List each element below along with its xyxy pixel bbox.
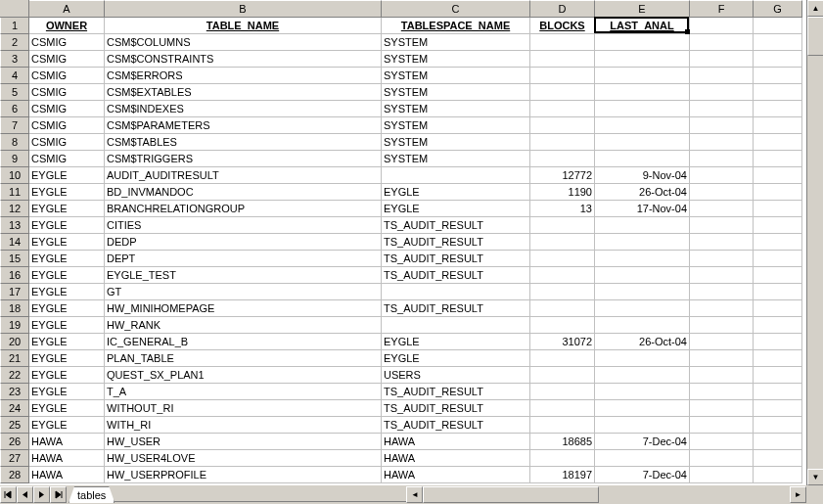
cell-A4[interactable]: CSMIG: [29, 68, 105, 84]
cell-E7[interactable]: [595, 117, 690, 134]
cell-C22[interactable]: USERS: [382, 367, 530, 384]
cell-E27[interactable]: [595, 450, 690, 467]
cell-C24[interactable]: TS_AUDIT_RESULT: [382, 400, 530, 417]
cell-B12[interactable]: BRANCHRELATIONGROUP: [105, 201, 382, 217]
cell-G11[interactable]: [754, 184, 802, 201]
cell-B20[interactable]: IC_GENERAL_B: [105, 334, 382, 350]
vertical-scroll-thumb[interactable]: [807, 17, 823, 56]
cell-F25[interactable]: [690, 417, 754, 434]
last-sheet-button[interactable]: [50, 486, 67, 503]
cell-G21[interactable]: [754, 350, 802, 367]
row-header-27[interactable]: 27: [0, 450, 29, 467]
column-header-A[interactable]: A: [29, 0, 105, 18]
row-header-10[interactable]: 10: [0, 167, 29, 184]
cell-G28[interactable]: [754, 467, 802, 483]
cell-G1[interactable]: [754, 18, 802, 34]
cell-A17[interactable]: EYGLE: [29, 284, 105, 300]
cell-D28[interactable]: 18197: [530, 467, 595, 483]
cell-E24[interactable]: [595, 400, 690, 417]
cell-C7[interactable]: SYSTEM: [382, 117, 530, 134]
row-header-3[interactable]: 3: [0, 51, 29, 68]
cell-F1[interactable]: [690, 18, 754, 34]
cell-D21[interactable]: [530, 350, 595, 367]
cell-D1[interactable]: BLOCKS: [530, 18, 595, 34]
cell-E3[interactable]: [595, 51, 690, 68]
cell-B26[interactable]: HW_USER: [105, 434, 382, 450]
cell-B7[interactable]: CSM$PARAMETERS: [105, 117, 382, 134]
cell-G24[interactable]: [754, 400, 802, 417]
cell-F24[interactable]: [690, 400, 754, 417]
cell-B19[interactable]: HW_RANK: [105, 317, 382, 334]
cell-E19[interactable]: [595, 317, 690, 334]
cell-E20[interactable]: 26-Oct-04: [595, 334, 690, 350]
cell-E5[interactable]: [595, 84, 690, 101]
cell-F15[interactable]: [690, 251, 754, 267]
cell-G13[interactable]: [754, 217, 802, 234]
cell-E13[interactable]: [595, 217, 690, 234]
cell-B14[interactable]: DEDP: [105, 234, 382, 251]
cell-D17[interactable]: [530, 284, 595, 300]
cell-E12[interactable]: 17-Nov-04: [595, 201, 690, 217]
cell-D3[interactable]: [530, 51, 595, 68]
cell-E1[interactable]: LAST_ANAL: [595, 18, 690, 34]
cell-G6[interactable]: [754, 101, 802, 117]
cell-F16[interactable]: [690, 267, 754, 284]
cell-F20[interactable]: [690, 334, 754, 350]
cell-F12[interactable]: [690, 201, 754, 217]
cell-A3[interactable]: CSMIG: [29, 51, 105, 68]
cell-B22[interactable]: QUEST_SX_PLAN1: [105, 367, 382, 384]
vertical-scrollbar[interactable]: ▲ ▼: [806, 0, 823, 485]
cell-D12[interactable]: 13: [530, 201, 595, 217]
cell-F13[interactable]: [690, 217, 754, 234]
row-header-6[interactable]: 6: [0, 101, 29, 117]
cell-C28[interactable]: HAWA: [382, 467, 530, 483]
cell-D2[interactable]: [530, 34, 595, 51]
row-header-8[interactable]: 8: [0, 134, 29, 151]
cell-G12[interactable]: [754, 201, 802, 217]
cell-B9[interactable]: CSM$TRIGGERS: [105, 151, 382, 167]
cell-D26[interactable]: 18685: [530, 434, 595, 450]
cell-C6[interactable]: SYSTEM: [382, 101, 530, 117]
cell-G18[interactable]: [754, 300, 802, 317]
row-header-9[interactable]: 9: [0, 151, 29, 167]
cell-A26[interactable]: HAWA: [29, 434, 105, 450]
cell-A9[interactable]: CSMIG: [29, 151, 105, 167]
row-header-13[interactable]: 13: [0, 217, 29, 234]
cell-C20[interactable]: EYGLE: [382, 334, 530, 350]
cell-C2[interactable]: SYSTEM: [382, 34, 530, 51]
cell-E21[interactable]: [595, 350, 690, 367]
cell-B27[interactable]: HW_USER4LOVE: [105, 450, 382, 467]
row-header-7[interactable]: 7: [0, 117, 29, 134]
cell-B11[interactable]: BD_INVMANDOC: [105, 184, 382, 201]
cell-A18[interactable]: EYGLE: [29, 300, 105, 317]
cell-A15[interactable]: EYGLE: [29, 251, 105, 267]
cell-G17[interactable]: [754, 284, 802, 300]
row-header-1[interactable]: 1: [0, 18, 29, 34]
cell-B4[interactable]: CSM$ERRORS: [105, 68, 382, 84]
cell-F3[interactable]: [690, 51, 754, 68]
cell-F21[interactable]: [690, 350, 754, 367]
cell-F11[interactable]: [690, 184, 754, 201]
column-header-B[interactable]: B: [105, 0, 382, 18]
cell-A16[interactable]: EYGLE: [29, 267, 105, 284]
row-header-12[interactable]: 12: [0, 201, 29, 217]
row-header-28[interactable]: 28: [0, 467, 29, 483]
scroll-left-button[interactable]: ◄: [406, 486, 423, 503]
cell-G7[interactable]: [754, 117, 802, 134]
row-header-20[interactable]: 20: [0, 334, 29, 350]
cell-B28[interactable]: HW_USERPROFILE: [105, 467, 382, 483]
cell-A6[interactable]: CSMIG: [29, 101, 105, 117]
column-header-E[interactable]: E: [595, 0, 690, 18]
cell-E15[interactable]: [595, 251, 690, 267]
cell-B15[interactable]: DEPT: [105, 251, 382, 267]
cell-C5[interactable]: SYSTEM: [382, 84, 530, 101]
cell-B24[interactable]: WITHOUT_RI: [105, 400, 382, 417]
scroll-down-button[interactable]: ▼: [807, 469, 823, 485]
column-header-F[interactable]: F: [690, 0, 754, 18]
cell-G15[interactable]: [754, 251, 802, 267]
cell-F26[interactable]: [690, 434, 754, 450]
cell-A13[interactable]: EYGLE: [29, 217, 105, 234]
cell-E26[interactable]: 7-Dec-04: [595, 434, 690, 450]
cell-G16[interactable]: [754, 267, 802, 284]
cell-B23[interactable]: T_A: [105, 384, 382, 400]
